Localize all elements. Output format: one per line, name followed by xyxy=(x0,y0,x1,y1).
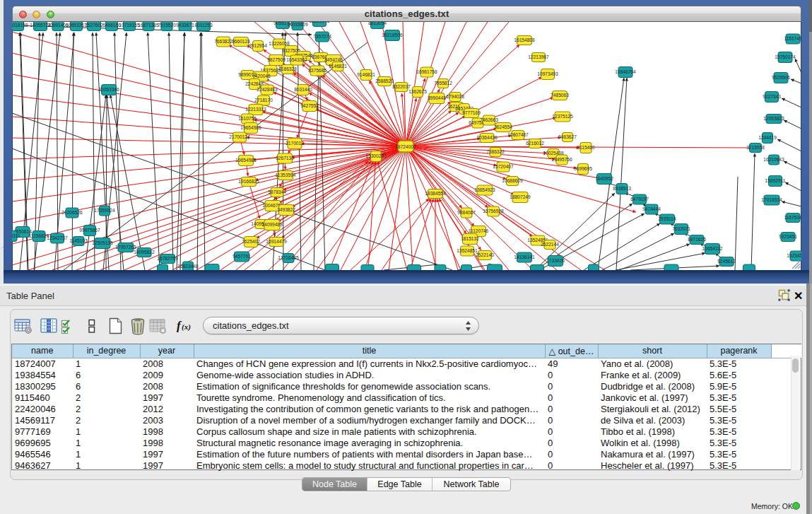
svg-text:8031440: 8031440 xyxy=(294,87,312,92)
svg-text:16543362: 16543362 xyxy=(286,57,307,62)
svg-text:20053346: 20053346 xyxy=(98,87,119,92)
svg-text:99975867: 99975867 xyxy=(79,228,100,233)
svg-text:6479197: 6479197 xyxy=(630,197,649,201)
svg-text:9457791: 9457791 xyxy=(233,254,251,259)
svg-text:12213313: 12213313 xyxy=(245,107,266,112)
svg-text:3493822: 3493822 xyxy=(277,207,295,212)
svg-text:17957263: 17957263 xyxy=(115,245,136,250)
svg-text:18807249: 18807249 xyxy=(510,194,531,199)
svg-text:16782759: 16782759 xyxy=(157,256,178,261)
svg-text:14136141: 14136141 xyxy=(514,255,535,259)
svg-text:9146821: 9146821 xyxy=(357,72,375,77)
svg-text:9245612: 9245612 xyxy=(717,259,736,264)
svg-text:1145193: 1145193 xyxy=(69,238,88,243)
svg-text:7625402: 7625402 xyxy=(242,239,260,244)
svg-text:15750174: 15750174 xyxy=(775,54,796,59)
svg-text:3624554: 3624554 xyxy=(494,124,512,129)
svg-text:9474444: 9474444 xyxy=(642,206,661,211)
svg-text:9427552: 9427552 xyxy=(300,103,319,108)
svg-text:6794028: 6794028 xyxy=(446,94,464,99)
svg-text:17016534: 17016534 xyxy=(761,197,782,202)
svg-text:9432671: 9432671 xyxy=(176,23,194,28)
svg-text:11220345: 11220345 xyxy=(310,18,330,23)
svg-text:3215958: 3215958 xyxy=(746,145,765,150)
svg-text:10648764: 10648764 xyxy=(615,69,636,74)
svg-text:19166825: 19166825 xyxy=(238,179,259,184)
svg-text:20364436: 20364436 xyxy=(476,135,498,140)
svg-text:21700124: 21700124 xyxy=(229,134,250,139)
svg-text:10719155: 10719155 xyxy=(119,23,140,28)
svg-text:12505135: 12505135 xyxy=(92,240,113,245)
svg-text:9227343: 9227343 xyxy=(763,94,781,99)
svg-text:9884067: 9884067 xyxy=(457,210,476,215)
svg-text:10807487: 10807487 xyxy=(507,132,529,137)
svg-text:6466160: 6466160 xyxy=(102,23,121,28)
svg-text:16961758: 16961758 xyxy=(416,69,437,74)
svg-text:8471626: 8471626 xyxy=(688,237,706,242)
svg-text:8813054: 8813054 xyxy=(368,21,387,25)
svg-text:12375125: 12375125 xyxy=(552,114,573,119)
svg-text:1244419: 1244419 xyxy=(758,135,777,140)
svg-text:9529906: 9529906 xyxy=(772,75,790,80)
svg-text:16154808: 16154808 xyxy=(514,37,535,42)
svg-text:9699695: 9699695 xyxy=(574,166,592,171)
svg-text:13716485: 13716485 xyxy=(278,255,299,260)
svg-text:1640952: 1640952 xyxy=(595,176,613,181)
svg-text:2588520: 2588520 xyxy=(375,78,394,83)
svg-text:20206526: 20206526 xyxy=(61,210,83,215)
svg-text:17359924: 17359924 xyxy=(94,208,115,213)
svg-text:8938913: 8938913 xyxy=(613,186,631,191)
svg-text:1167534: 1167534 xyxy=(784,215,802,220)
svg-text:12213967: 12213967 xyxy=(528,54,549,59)
svg-text:13654923: 13654923 xyxy=(474,187,495,192)
svg-text:1815132: 1815132 xyxy=(461,236,479,241)
svg-text:2170012: 2170012 xyxy=(286,141,304,146)
svg-text:26018159: 26018159 xyxy=(7,23,28,28)
svg-text:14095812: 14095812 xyxy=(134,250,155,255)
svg-text:8375685: 8375685 xyxy=(308,68,326,73)
svg-text:19654985: 19654985 xyxy=(240,125,261,130)
svg-text:9777169: 9777169 xyxy=(462,110,481,115)
svg-text:6216012: 6216012 xyxy=(526,141,544,146)
svg-text:16210643: 16210643 xyxy=(763,157,784,162)
svg-text:15756928: 15756928 xyxy=(483,209,504,214)
svg-text:10234517: 10234517 xyxy=(787,253,808,258)
svg-text:(x): (x) xyxy=(182,322,191,332)
svg-text:7386322: 7386322 xyxy=(486,149,505,154)
svg-text:18724007: 18724007 xyxy=(395,144,416,149)
svg-text:9463627: 9463627 xyxy=(558,134,577,139)
svg-text:8011253: 8011253 xyxy=(194,23,213,28)
svg-text:11156829: 11156829 xyxy=(29,233,49,238)
svg-text:9899012: 9899012 xyxy=(238,72,257,77)
svg-text:16033809: 16033809 xyxy=(287,22,308,27)
svg-text:10653267: 10653267 xyxy=(66,23,87,28)
svg-text:1527602: 1527602 xyxy=(85,23,103,28)
svg-text:15692911: 15692911 xyxy=(765,178,786,183)
svg-text:8660124: 8660124 xyxy=(232,39,250,44)
svg-text:12342737: 12342737 xyxy=(47,235,68,240)
svg-text:3267130: 3267130 xyxy=(276,156,294,160)
svg-text:2718170: 2718170 xyxy=(254,98,273,103)
svg-text:7357274: 7357274 xyxy=(313,34,331,39)
svg-text:11353594: 11353594 xyxy=(276,173,296,177)
svg-text:9323451: 9323451 xyxy=(779,234,797,239)
svg-text:16671385: 16671385 xyxy=(138,23,159,28)
svg-text:13524851: 13524851 xyxy=(457,248,478,253)
svg-text:10654112: 10654112 xyxy=(702,246,723,251)
svg-text:7462663: 7462663 xyxy=(480,117,498,122)
svg-text:1362615: 1362615 xyxy=(408,89,427,94)
svg-text:7515520: 7515520 xyxy=(158,23,176,28)
svg-text:3915311: 3915311 xyxy=(2,233,20,238)
svg-text:9827509: 9827509 xyxy=(267,57,286,62)
svg-text:1610755: 1610755 xyxy=(238,116,257,121)
svg-text:9115460: 9115460 xyxy=(577,145,595,150)
svg-text:7632021: 7632021 xyxy=(672,226,690,231)
svg-text:7663822: 7663822 xyxy=(214,39,233,44)
svg-text:12093823: 12093823 xyxy=(763,116,784,121)
svg-text:1151749: 1151749 xyxy=(784,36,802,41)
svg-text:16914479: 16914479 xyxy=(266,239,287,244)
svg-text:7485063: 7485063 xyxy=(551,93,569,98)
svg-text:8912954: 8912954 xyxy=(249,43,267,48)
svg-text:22428483: 22428483 xyxy=(257,87,278,92)
svg-text:19654985: 19654985 xyxy=(235,158,257,163)
